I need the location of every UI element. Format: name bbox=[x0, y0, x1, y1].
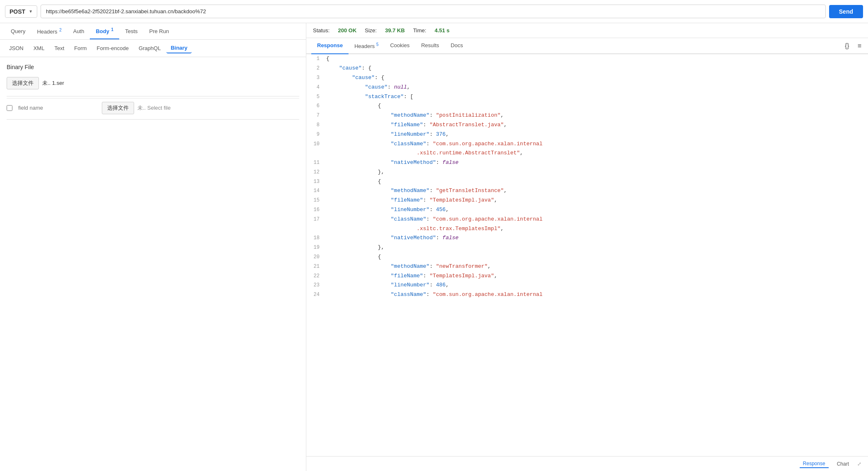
format-icon[interactable]: {} bbox=[843, 41, 851, 51]
subtab-text[interactable]: Text bbox=[50, 43, 68, 53]
response-tab-bar: Response Headers 5 Cookies Results Docs … bbox=[306, 38, 868, 54]
json-line: 15 "fileName": "TemplatesImpl.java", bbox=[306, 196, 868, 205]
size-label: Size: bbox=[365, 27, 377, 34]
line-number: 17 bbox=[306, 215, 326, 223]
method-select[interactable]: POST ▼ bbox=[5, 5, 37, 18]
json-line: 21 "methodName": "newTransformer", bbox=[306, 262, 868, 272]
field-name-input[interactable] bbox=[16, 103, 99, 113]
line-content: "cause": { bbox=[326, 74, 868, 82]
tab-headers[interactable]: Headers 2 bbox=[31, 24, 67, 39]
resize-icon[interactable]: ⤢ bbox=[857, 461, 861, 467]
time-value: 4.51 s bbox=[435, 27, 450, 34]
field-choose-file-button[interactable]: 选择文件 bbox=[102, 102, 134, 114]
body-content: Binary File 选择文件 未.. 1.ser 选择文件 未.. Sele… bbox=[0, 57, 306, 471]
line-number: 12 bbox=[306, 168, 326, 176]
line-number: 11 bbox=[306, 159, 326, 167]
request-tab-bar: Query Headers 2 Auth Body 1 Tests Pre Ru… bbox=[0, 23, 306, 40]
json-line: 8 "fileName": "AbstractTranslet.java", bbox=[306, 120, 868, 130]
response-tabs-right: {} ≡ bbox=[843, 41, 863, 51]
json-line: 6 { bbox=[306, 101, 868, 111]
bottom-chart-tab[interactable]: Chart bbox=[834, 460, 852, 468]
line-number: 24 bbox=[306, 291, 326, 299]
json-line: 7 "methodName": "postInitialization", bbox=[306, 111, 868, 120]
rtab-docs[interactable]: Docs bbox=[445, 38, 469, 53]
tab-body[interactable]: Body 1 bbox=[90, 23, 119, 39]
right-panel: Status: 200 OK Size: 39.7 KB Time: 4.51 … bbox=[306, 23, 868, 471]
line-content: "methodName": "newTransformer", bbox=[326, 262, 868, 271]
json-line: 24 "className": "com.sun.org.apache.xala… bbox=[306, 290, 868, 300]
response-tabs-left: Response Headers 5 Cookies Results Docs bbox=[311, 38, 469, 53]
line-number bbox=[306, 225, 326, 225]
subtab-graphql[interactable]: GraphQL bbox=[135, 43, 165, 53]
json-line: .xsltc.runtime.AbstractTranslet", bbox=[306, 149, 868, 158]
menu-icon[interactable]: ≡ bbox=[856, 41, 863, 51]
choose-file-button[interactable]: 选择文件 bbox=[7, 77, 39, 89]
line-content: "stackTrace": [ bbox=[326, 93, 868, 101]
status-bar: Status: 200 OK Size: 39.7 KB Time: 4.51 … bbox=[306, 23, 868, 38]
method-chevron: ▼ bbox=[29, 9, 33, 14]
field-checkbox[interactable] bbox=[7, 105, 12, 111]
send-button[interactable]: Send bbox=[829, 5, 863, 18]
json-line: 3 "cause": { bbox=[306, 73, 868, 83]
bottom-response-tab[interactable]: Response bbox=[800, 460, 829, 468]
line-number: 14 bbox=[306, 187, 326, 195]
line-content: "className": "com.sun.org.apache.xalan.i… bbox=[326, 291, 868, 299]
line-content: "className": "com.sun.org.apache.xalan.i… bbox=[326, 215, 868, 224]
top-bar: POST ▼ Send bbox=[0, 0, 868, 23]
json-line: 19 }, bbox=[306, 243, 868, 252]
line-number: 19 bbox=[306, 243, 326, 252]
rtab-cookies[interactable]: Cookies bbox=[384, 38, 415, 53]
line-content: { bbox=[326, 55, 868, 63]
subtab-xml[interactable]: XML bbox=[29, 43, 49, 53]
json-line: 9 "lineNumber": 376, bbox=[306, 130, 868, 139]
body-subtab-bar: JSON XML Text Form Form-encode GraphQL B… bbox=[0, 40, 306, 57]
line-number: 13 bbox=[306, 178, 326, 186]
subtab-binary[interactable]: Binary bbox=[166, 43, 191, 53]
rtab-response[interactable]: Response bbox=[311, 38, 349, 54]
line-content: "fileName": "TemplatesImpl.java", bbox=[326, 196, 868, 205]
status-label: Status: bbox=[313, 27, 329, 34]
line-content: "className": "com.sun.org.apache.xalan.i… bbox=[326, 140, 868, 149]
json-line: .xsltc.trax.TemplatesImpl", bbox=[306, 224, 868, 234]
line-content: "nativeMethod": false bbox=[326, 159, 868, 167]
tab-tests[interactable]: Tests bbox=[119, 24, 143, 38]
line-number: 10 bbox=[306, 140, 326, 148]
line-number: 9 bbox=[306, 130, 326, 139]
line-content: "lineNumber": 456, bbox=[326, 206, 868, 214]
line-content: }, bbox=[326, 168, 868, 177]
main-area: Query Headers 2 Auth Body 1 Tests Pre Ru… bbox=[0, 23, 868, 471]
line-number: 6 bbox=[306, 102, 326, 110]
line-number: 5 bbox=[306, 93, 326, 101]
line-number: 20 bbox=[306, 253, 326, 261]
subtab-form[interactable]: Form bbox=[70, 43, 91, 53]
headers-badge: 2 bbox=[59, 28, 62, 32]
json-line: 4 "cause": null, bbox=[306, 83, 868, 92]
tab-auth[interactable]: Auth bbox=[67, 24, 90, 38]
field-file-label: 未.. Select file bbox=[137, 104, 171, 112]
separator2 bbox=[7, 119, 299, 120]
subtab-form-encode[interactable]: Form-encode bbox=[93, 43, 133, 53]
line-content: { bbox=[326, 253, 868, 262]
line-content: "fileName": "TemplatesImpl.java", bbox=[326, 272, 868, 281]
json-line: 12 }, bbox=[306, 168, 868, 177]
body-badge: 1 bbox=[111, 27, 114, 32]
rtab-results[interactable]: Results bbox=[415, 38, 445, 53]
line-content: "cause": { bbox=[326, 64, 868, 73]
line-number bbox=[306, 149, 326, 149]
json-line: 10 "className": "com.sun.org.apache.xala… bbox=[306, 139, 868, 149]
tab-prerun[interactable]: Pre Run bbox=[144, 24, 175, 38]
line-content: { bbox=[326, 178, 868, 186]
subtab-json[interactable]: JSON bbox=[5, 43, 28, 53]
rtab-headers[interactable]: Headers 5 bbox=[349, 38, 384, 53]
line-content: "fileName": "AbstractTranslet.java", bbox=[326, 121, 868, 130]
separator bbox=[7, 96, 299, 96]
line-content: "nativeMethod": false bbox=[326, 234, 868, 243]
json-line: 5 "stackTrace": [ bbox=[306, 92, 868, 102]
field-file-row: 选择文件 未.. Select file bbox=[7, 98, 299, 118]
line-content: "cause": null, bbox=[326, 83, 868, 92]
json-line: 16 "lineNumber": 456, bbox=[306, 205, 868, 215]
tab-query[interactable]: Query bbox=[5, 24, 31, 38]
line-content: "lineNumber": 376, bbox=[326, 130, 868, 139]
json-line: 2 "cause": { bbox=[306, 64, 868, 73]
url-input[interactable] bbox=[41, 5, 826, 18]
